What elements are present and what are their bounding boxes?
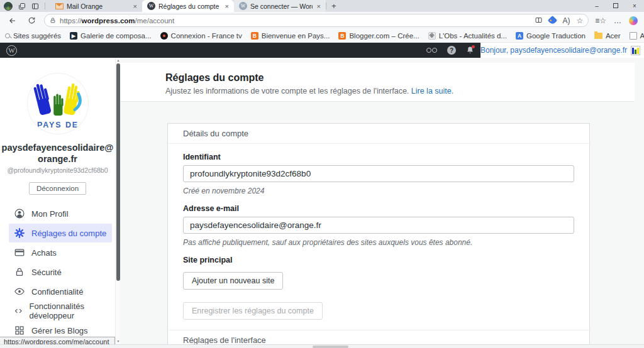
more-options-icon[interactable]: … bbox=[614, 17, 621, 24]
tab-se-connecter[interactable]: W Se connecter — WordPress.com × bbox=[234, 0, 326, 12]
wordpress-icon: W bbox=[239, 2, 247, 10]
sidebar-item-label: Mon Profil bbox=[31, 209, 69, 219]
sidebar-item-confidentialite[interactable]: Confidentialité bbox=[9, 282, 112, 301]
shopping-tag-icon[interactable] bbox=[548, 16, 558, 26]
email-note: Pas affiché publiquement, sauf aux propr… bbox=[183, 238, 574, 247]
browser-profile-avatar[interactable] bbox=[4, 2, 13, 11]
account-details-card: Détails du compte Identifiant Créé en no… bbox=[167, 123, 590, 348]
gallery-icon: ▶ bbox=[70, 32, 77, 40]
wordpress-admin-bar: W ? Bonjour, paysdefayencesolidaire@oran… bbox=[0, 43, 644, 58]
window-close-button[interactable]: × bbox=[625, 3, 644, 9]
page-icon bbox=[630, 32, 637, 40]
close-tab-icon[interactable]: × bbox=[316, 3, 322, 10]
sidebar-menu: Mon Profil Réglages du compte Achats Séc… bbox=[0, 204, 115, 340]
tab-reglages-du-compte[interactable]: W Réglages du compte — WordPre × bbox=[142, 0, 234, 12]
search-icon bbox=[5, 33, 10, 38]
bookmark-amazon[interactable]: Amazon bbox=[630, 32, 644, 40]
read-more-link[interactable]: Lire la suite. bbox=[411, 87, 453, 95]
username-note: Créé en novembre 2024 bbox=[183, 187, 574, 195]
sidebar-scrollbar[interactable]: ▲ ▼ bbox=[115, 58, 120, 348]
browser-titlebar: Mail Orange × W Réglages du compte — Wor… bbox=[0, 0, 644, 12]
lock-icon bbox=[14, 266, 25, 278]
new-tab-button[interactable]: + bbox=[326, 1, 341, 11]
bookmark-blogger[interactable]: BBlogger.com – Crée... bbox=[338, 32, 419, 40]
browser-window: Mail Orange × W Réglages du compte — Wor… bbox=[0, 0, 644, 348]
divider bbox=[45, 3, 45, 9]
page-subtitle: Ajustez les informations de votre compte… bbox=[165, 87, 635, 95]
sidebar-item-label: Confidentialité bbox=[31, 287, 83, 296]
code-icon bbox=[14, 305, 23, 317]
folder-icon bbox=[594, 33, 602, 39]
favorites-bar-icon[interactable]: ≡☆ bbox=[595, 17, 606, 24]
francetv-icon bbox=[160, 32, 168, 40]
sidebar-item-achats[interactable]: Achats bbox=[9, 243, 112, 262]
favorite-star-icon[interactable]: ☆ bbox=[576, 17, 583, 24]
bookmark-sites-suggeres[interactable]: Sites suggérés bbox=[5, 32, 61, 40]
credit-card-icon bbox=[14, 247, 25, 258]
maximize-button[interactable] bbox=[606, 3, 625, 9]
username-label: Identifiant bbox=[183, 153, 574, 161]
refresh-icon[interactable] bbox=[25, 14, 38, 27]
wordpress-icon: W bbox=[147, 2, 155, 10]
sidebar-item-reglages-du-compte[interactable]: Réglages du compte bbox=[9, 224, 112, 242]
tab-title: Mail Orange bbox=[67, 3, 129, 10]
bookmark-galerie[interactable]: ▶Galerie de composa... bbox=[70, 32, 152, 40]
main-content: Réglages du compte Ajustez les informati… bbox=[120, 58, 644, 348]
bookmark-francetv[interactable]: Connexion - France tv bbox=[160, 32, 242, 40]
username-input[interactable] bbox=[183, 165, 574, 182]
gear-icon bbox=[14, 227, 25, 239]
bookmark-acer[interactable]: Acer bbox=[594, 32, 621, 40]
sidebar-item-securite[interactable]: Sécurité bbox=[9, 263, 112, 281]
tab-actions-icon[interactable] bbox=[31, 3, 39, 10]
tab-mail-orange[interactable]: Mail Orange × bbox=[50, 0, 142, 12]
wordpress-logo-icon[interactable]: W bbox=[6, 45, 17, 56]
grid-icon bbox=[14, 325, 25, 336]
blogger-icon: B bbox=[338, 32, 346, 40]
save-account-settings-button[interactable]: Enregistrer les réglages du compte bbox=[183, 302, 323, 320]
help-icon[interactable]: ? bbox=[447, 46, 456, 55]
scrollbar-thumb[interactable] bbox=[313, 345, 348, 348]
horizontal-scrollbar[interactable] bbox=[0, 344, 644, 348]
primary-site-label: Site principal bbox=[183, 256, 574, 264]
minimize-button[interactable]: – bbox=[587, 3, 606, 9]
page-content: PAYS DE paysdefayencesolidaire@orange.fr… bbox=[0, 58, 644, 348]
close-tab-icon[interactable]: × bbox=[132, 3, 138, 10]
bookmarks-bar: Sites suggérés ▶Galerie de composa... Co… bbox=[0, 29, 644, 43]
logo-text: PAYS DE bbox=[36, 121, 78, 129]
account-details-header: Détails du compte bbox=[168, 124, 589, 144]
username-handle: @profoundlykryptonite93d2cf68b0 bbox=[0, 166, 115, 174]
greeting-link[interactable]: Bonjour, paysdefayencesolidaire@orange.f… bbox=[480, 46, 627, 55]
back-icon[interactable] bbox=[6, 14, 19, 27]
logout-button[interactable]: Déconnexion bbox=[29, 182, 86, 195]
bookmark-google-traduction[interactable]: AGoogle Traduction bbox=[516, 32, 586, 40]
tab-title: Réglages du compte — WordPre bbox=[158, 3, 221, 10]
read-aloud-icon[interactable]: A) bbox=[562, 17, 570, 24]
user-avatar[interactable] bbox=[631, 46, 640, 55]
email-input[interactable] bbox=[183, 217, 574, 234]
mail-icon bbox=[55, 3, 64, 9]
sidebar-item-mon-profil[interactable]: Mon Profil bbox=[9, 204, 112, 223]
account-sidebar: PAYS DE paysdefayencesolidaire@orange.fr… bbox=[0, 58, 115, 348]
sidebar-item-label: Achats bbox=[31, 248, 57, 258]
bookmark-bienvenue[interactable]: BBienvenue en Pays... bbox=[251, 32, 330, 40]
lock-icon[interactable] bbox=[50, 15, 56, 26]
sidebar-item-fonctionnalites-developpeur[interactable]: Fonctionnalités développeur bbox=[9, 302, 112, 320]
notifications-bell-icon[interactable] bbox=[466, 46, 474, 55]
blogger-icon: B bbox=[251, 32, 258, 40]
close-tab-icon[interactable]: × bbox=[224, 3, 230, 10]
address-bar[interactable]: https://wordpress.com/me/account A) ☆ bbox=[44, 14, 589, 27]
browser-toolbar: https://wordpress.com/me/account A) ☆ ≡☆… bbox=[0, 12, 644, 29]
url-text[interactable]: https://wordpress.com/me/account bbox=[60, 17, 174, 24]
reader-icon[interactable] bbox=[426, 48, 437, 53]
email-label: Adresse e-mail bbox=[183, 204, 574, 213]
display-name: paysdefayencesolidaire@orange.fr bbox=[2, 142, 114, 165]
sidebar-item-label: Sécurité bbox=[31, 268, 62, 277]
translate-icon: A bbox=[516, 32, 523, 40]
add-new-site-button[interactable]: Ajouter un nouveau site bbox=[183, 272, 283, 290]
bookmark-lobs[interactable]: ※L'Obs - Actualités d... bbox=[428, 32, 507, 40]
workspaces-icon[interactable] bbox=[18, 3, 26, 10]
split-screen-icon[interactable] bbox=[535, 15, 543, 26]
user-icon bbox=[14, 208, 25, 219]
page-title: Réglages du compte bbox=[165, 72, 635, 84]
copilot-icon[interactable] bbox=[629, 16, 638, 25]
